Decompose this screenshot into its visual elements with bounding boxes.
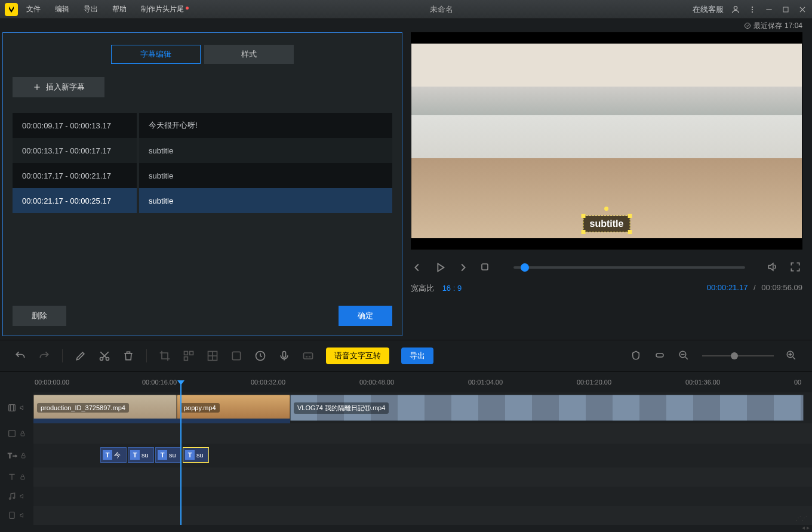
text-track-body[interactable] — [33, 468, 812, 487]
crop-tool[interactable] — [159, 350, 171, 362]
next-frame-button[interactable] — [456, 261, 469, 274]
app-logo — [5, 3, 18, 16]
svg-rect-15 — [232, 352, 240, 359]
volume-button[interactable] — [767, 261, 780, 274]
toolbar-export-button[interactable]: 导出 — [401, 348, 433, 364]
tab-style[interactable]: 样式 — [204, 45, 294, 64]
ok-button[interactable]: 确定 — [339, 306, 392, 326]
stop-button[interactable] — [479, 261, 492, 274]
tab-subtitle-edit[interactable]: 字幕编辑 — [111, 45, 201, 64]
resize-handle[interactable] — [628, 214, 632, 218]
subtitle-panel: 字幕编辑 样式 插入新字幕 00:00:09.17 - 00:00:13.17 … — [2, 32, 402, 336]
sound-icon[interactable] — [19, 512, 26, 519]
delete-button[interactable]: 删除 — [13, 306, 66, 326]
mic-tool[interactable] — [278, 350, 290, 362]
subtitle-overlay[interactable]: subtitle — [583, 216, 630, 232]
menu-titles[interactable]: 制作片头片尾 — [135, 4, 190, 14]
subtitle-row[interactable]: 00:00:09.17 - 00:00:13.17 今天很开心呀! — [13, 113, 392, 138]
menu-file[interactable]: 文件 — [20, 4, 47, 14]
subtitle-track-body[interactable]: T今 Tsu Tsu Tsu — [33, 444, 812, 468]
menu-help[interactable]: 帮助 — [106, 4, 133, 14]
subtitle-row[interactable]: 00:00:13.17 - 00:00:17.17 subtitle — [13, 138, 392, 163]
zoom-in-button[interactable] — [786, 350, 798, 362]
speech-to-text-button[interactable]: 语音文字互转 — [326, 348, 389, 364]
fullscreen-button[interactable] — [789, 261, 802, 274]
subtitle-text: 今天很开心呀! — [139, 113, 392, 138]
menu-export[interactable]: 导出 — [78, 4, 104, 14]
play-button[interactable] — [433, 261, 447, 274]
clip-label: VLOG74 我的隔離日記⑪.mp4 — [294, 402, 389, 414]
extra-track: ⋰⋰ — [0, 506, 812, 525]
aspect-value[interactable]: 16 : 9 — [442, 284, 462, 293]
check-circle-icon — [744, 22, 751, 29]
zoom-thumb[interactable] — [731, 352, 738, 359]
playhead[interactable] — [180, 384, 182, 525]
marker-tool[interactable] — [630, 350, 642, 362]
edit-tool[interactable] — [75, 350, 87, 362]
subtitle-clip[interactable]: Tsu — [183, 447, 209, 463]
subtitle-row[interactable]: 00:00:21.17 - 00:00:25.17 subtitle — [13, 188, 392, 213]
frame-tool[interactable] — [230, 350, 242, 362]
video-clip[interactable]: poppy.mp4 — [177, 395, 290, 421]
maximize-button[interactable] — [781, 5, 791, 14]
close-button[interactable] — [798, 5, 807, 14]
insert-subtitle-button[interactable]: 插入新字幕 — [13, 77, 104, 97]
menu-edit[interactable]: 编辑 — [49, 4, 75, 14]
subtitle-row[interactable]: 00:00:17.17 - 00:00:21.17 subtitle — [13, 163, 392, 188]
svg-point-29 — [13, 497, 15, 499]
main-area: 字幕编辑 样式 插入新字幕 00:00:09.17 - 00:00:13.17 … — [0, 32, 812, 336]
user-icon[interactable] — [731, 5, 740, 14]
titlebar: 文件 编辑 导出 帮助 制作片头片尾 未命名 在线客服 — [0, 0, 812, 19]
resize-handle[interactable] — [582, 214, 586, 218]
fit-tool[interactable] — [654, 350, 666, 362]
svg-point-28 — [9, 498, 11, 500]
subtitle-tool[interactable] — [302, 350, 314, 362]
subtitle-clip[interactable]: T今 — [100, 447, 127, 463]
resize-grip-icon[interactable]: ⋰⋰ — [795, 515, 807, 521]
video-preview[interactable]: subtitle — [411, 32, 802, 250]
zoom-slider[interactable] — [702, 355, 774, 356]
time-ruler[interactable]: 00:00:00.00 00:00:16.00 00:00:32.00 00:0… — [0, 372, 812, 392]
online-service-link[interactable]: 在线客服 — [693, 4, 724, 15]
lock-icon[interactable] — [19, 430, 26, 437]
delete-tool[interactable] — [122, 350, 134, 362]
subtitle-clip[interactable]: Tsu — [155, 447, 182, 463]
video-clip[interactable]: production_ID_3725897.mp4 — [33, 395, 177, 421]
video-track: production_ID_3725897.mp4 poppy.mp4 VLOG… — [0, 392, 812, 423]
svg-text:T→: T→ — [8, 452, 17, 459]
progress-thumb[interactable] — [521, 263, 529, 272]
more-icon[interactable] — [748, 5, 757, 14]
mosaic-tool[interactable] — [183, 350, 195, 362]
svg-rect-26 — [21, 456, 25, 459]
lock-icon[interactable] — [20, 452, 27, 459]
subtitle-time: 00:00:09.17 - 00:00:13.17 — [13, 113, 137, 138]
grid-tool[interactable] — [207, 350, 219, 362]
progress-bar[interactable] — [513, 266, 745, 269]
svg-rect-18 — [304, 353, 313, 359]
sound-icon[interactable] — [19, 404, 26, 411]
svg-point-1 — [752, 6, 753, 7]
svg-rect-13 — [184, 357, 188, 361]
overlay-track-body[interactable] — [33, 423, 812, 444]
redo-button[interactable] — [38, 350, 50, 362]
current-time: 00:00:21.17 — [707, 283, 748, 292]
rotate-handle[interactable] — [604, 207, 608, 211]
audio-track-body[interactable] — [33, 487, 812, 506]
resize-handle[interactable] — [582, 230, 586, 234]
subtitle-clip[interactable]: Tsu — [128, 447, 154, 463]
preview-panel: subtitle — [411, 32, 812, 336]
lock-icon[interactable] — [19, 473, 26, 481]
zoom-out-button[interactable] — [678, 350, 690, 362]
extra-track-body[interactable]: ⋰⋰ — [33, 506, 812, 525]
sound-icon[interactable] — [19, 493, 26, 500]
duration-tool[interactable] — [254, 350, 266, 362]
video-track-body[interactable]: production_ID_3725897.mp4 poppy.mp4 VLOG… — [33, 392, 812, 423]
undo-button[interactable] — [14, 350, 26, 362]
video-clip[interactable]: VLOG74 我的隔離日記⑪.mp4 — [290, 395, 804, 421]
preview-info: 宽高比 16 : 9 00:00:21.17 / 00:09:56.09 — [411, 279, 802, 294]
minimize-button[interactable] — [764, 5, 774, 14]
svg-rect-4 — [766, 9, 771, 10]
prev-frame-button[interactable] — [411, 261, 424, 274]
cut-tool[interactable] — [99, 350, 110, 362]
resize-handle[interactable] — [628, 230, 632, 234]
